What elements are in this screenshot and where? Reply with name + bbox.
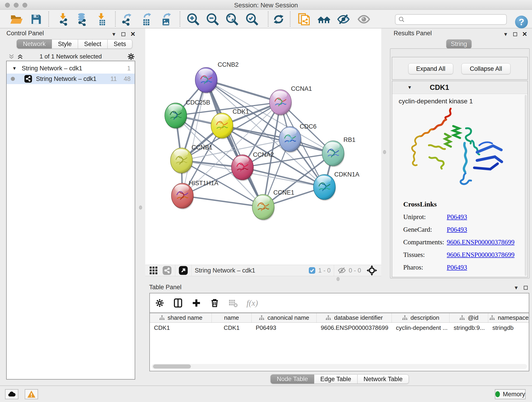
column-header-name[interactable]: name [212, 313, 252, 322]
crosslink-link[interactable]: P06493 [447, 213, 467, 221]
selected-checkbox-icon[interactable] [308, 267, 316, 274]
zoom-out-button[interactable] [205, 12, 220, 26]
collapse-triangle-icon[interactable]: ▼ [407, 85, 412, 90]
horizontal-splitter-handle[interactable] [336, 277, 340, 281]
scrollbar-thumb[interactable] [153, 364, 191, 369]
export-image-button[interactable] [158, 12, 173, 26]
float-panel-icon[interactable] [524, 286, 528, 290]
hide-selected-button[interactable] [336, 12, 351, 26]
network-share-badge-icon[interactable] [162, 266, 172, 275]
gene-section: ▼ CDK1 cyclin-dependent kinase 1 [392, 81, 528, 277]
table-cell[interactable]: cyclin-dependent ... [392, 324, 450, 332]
node-HIST1H1A[interactable]: HIST1H1A [171, 180, 218, 210]
panel-menu-icon[interactable]: ▼ [514, 285, 519, 291]
edge-CCNB2-HIST1H1A[interactable] [182, 80, 206, 196]
hidden-eye-icon[interactable] [337, 266, 346, 275]
node-CDKN1A[interactable]: CDKN1A [313, 171, 360, 201]
table-cell[interactable]: CDK1 [212, 324, 252, 332]
delete-trash-icon[interactable] [210, 298, 220, 308]
column-header-canonical-name[interactable]: canonical name [252, 313, 317, 322]
tab-network[interactable]: Network [17, 39, 52, 49]
import-network-from-database-button[interactable] [75, 12, 89, 26]
network-collection-row[interactable]: ▼ String Network – cdk1 1 [7, 63, 135, 74]
table-cell[interactable]: stringdb [488, 324, 529, 332]
node-CCNB1[interactable]: CCNB1 [171, 144, 213, 174]
zoom-in-button[interactable] [186, 12, 201, 26]
tab-edge-table[interactable]: Edge Table [314, 375, 357, 384]
edge-CCNB2-CCNE1[interactable] [206, 80, 263, 207]
panel-menu-icon[interactable]: ▼ [503, 32, 508, 37]
gear-icon[interactable] [155, 298, 165, 308]
tab-node-table[interactable]: Node Table [271, 375, 314, 384]
column-header--id[interactable]: @id [450, 313, 488, 322]
show-all-button[interactable] [356, 12, 371, 26]
homes-button[interactable] [317, 12, 331, 26]
view-dot-icon [11, 77, 15, 81]
collapse-triangle-icon[interactable]: ▼ [12, 66, 17, 71]
table-hscrollbar[interactable] [152, 364, 527, 369]
warning-status-button[interactable] [25, 389, 38, 399]
cloud-status-button[interactable] [5, 389, 18, 399]
import-table-button[interactable] [94, 12, 109, 26]
results-button-box: Expand All Collapse All [392, 57, 528, 80]
tab-select[interactable]: Select [78, 39, 108, 49]
close-panel-icon[interactable]: ✕ [522, 31, 527, 37]
search-input[interactable] [407, 16, 506, 23]
export-table-button[interactable] [139, 12, 154, 26]
crosslink-link[interactable]: P06493 [447, 264, 467, 271]
gene-name: CDK1 [430, 83, 449, 92]
column-header-shared-name[interactable]: shared name [150, 313, 212, 322]
help-button[interactable]: ? [515, 16, 528, 28]
column-header-namespace[interactable]: namespace [488, 313, 529, 322]
add-column-icon[interactable] [191, 298, 201, 308]
float-panel-icon[interactable] [121, 32, 125, 36]
crosslink-link[interactable]: 9606.ENSP00000378699 [447, 251, 515, 259]
expand-all-button[interactable]: Expand All [408, 63, 453, 74]
import-network-button[interactable] [56, 12, 71, 26]
table-cell[interactable]: stringdb:9... [450, 324, 488, 332]
table-row[interactable]: CDK1CDK1P064939606.ENSP00000378699cyclin… [150, 323, 529, 333]
share-document-button[interactable] [297, 12, 312, 26]
collapse-all-button[interactable]: Collapse All [462, 63, 510, 74]
zoom-fit-button[interactable] [225, 12, 239, 26]
refresh-button[interactable] [271, 12, 286, 26]
open-session-button[interactable] [9, 12, 24, 26]
open-in-new-window-icon[interactable] [178, 266, 188, 275]
zoom-selected-button[interactable] [245, 12, 259, 26]
network-row[interactable]: String Network – cdk1 11 48 [7, 74, 135, 84]
birdseye-grid-icon[interactable] [149, 266, 158, 275]
float-panel-icon[interactable] [513, 32, 517, 36]
column-label: description [411, 314, 439, 321]
document-share-icon [298, 13, 311, 26]
node-CCNB2[interactable]: CCNB2 [195, 61, 239, 94]
node-label: CCNB1 [191, 144, 213, 151]
close-panel-icon[interactable]: ✕ [130, 31, 136, 37]
results-scrollbar[interactable] [525, 95, 527, 276]
tab-sets[interactable]: Sets [108, 39, 132, 49]
left-splitter-handle[interactable] [139, 206, 142, 210]
save-session-button[interactable] [29, 12, 44, 26]
node-RB1[interactable]: RB1 [322, 136, 355, 167]
column-header-description[interactable]: description [392, 313, 450, 322]
table-cell[interactable]: 9606.ENSP00000378699 [317, 324, 392, 332]
column-header-database-identifier[interactable]: database identifier [317, 313, 392, 322]
crosslink-link[interactable]: P06493 [447, 226, 467, 233]
crosslink-link[interactable]: 9606.ENSP00000378699 [447, 238, 515, 246]
tab-string[interactable]: String [446, 39, 472, 49]
tab-style[interactable]: Style [52, 39, 78, 49]
export-network-button[interactable] [120, 12, 134, 26]
node-CCNE1[interactable]: CCNE1 [252, 189, 294, 221]
table-cell[interactable]: P06493 [252, 324, 317, 332]
table-cell[interactable]: CDK1 [150, 324, 212, 332]
pan-crosshair-icon[interactable] [367, 265, 377, 276]
gear-icon[interactable] [127, 53, 135, 61]
right-splitter-handle[interactable] [383, 150, 386, 154]
memory-button[interactable]: Memory [495, 389, 526, 399]
show-columns-icon[interactable] [173, 298, 183, 308]
tab-network-table[interactable]: Network Table [357, 375, 409, 384]
node-CCNA1[interactable]: CCNA1 [269, 85, 312, 116]
edge-HIST1H1A-CCNE1[interactable] [182, 196, 263, 207]
gene-section-header[interactable]: ▼ CDK1 [392, 81, 527, 94]
panel-menu-icon[interactable]: ▼ [111, 32, 116, 37]
network-canvas[interactable]: CCNB2CCNA1CDC25BCDK1CDC6RB1CCNB1CCNA2CDK… [145, 28, 381, 265]
